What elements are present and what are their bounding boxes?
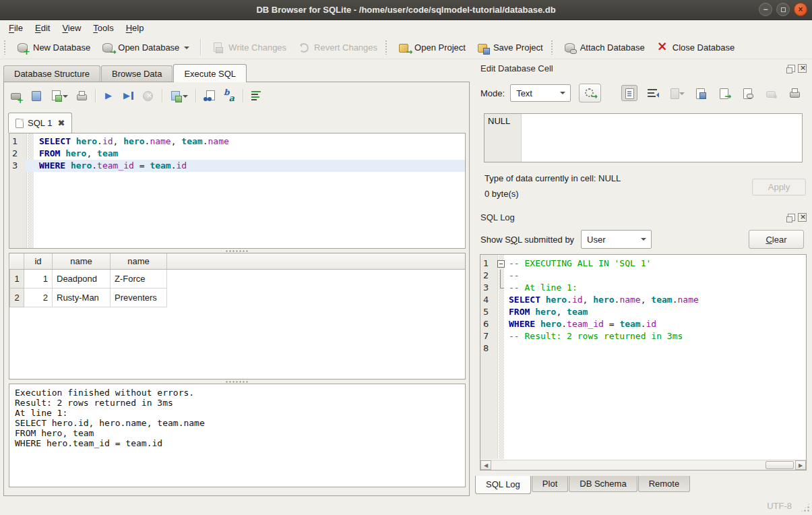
open-database-button[interactable]: Open Database [96, 39, 195, 56]
find-button[interactable] [202, 88, 217, 103]
sql-doc-tabbar: SQL 1 ✖ [8, 113, 72, 133]
save-project-button[interactable]: Save Project [471, 39, 549, 56]
minimize-button[interactable]: − [759, 3, 772, 16]
word-wrap-button[interactable] [645, 85, 661, 101]
write-changes-button[interactable]: Write Changes [206, 39, 292, 56]
sql-doc-tab[interactable]: SQL 1 ✖ [8, 113, 72, 133]
format-sql-button[interactable] [249, 88, 264, 103]
column-header[interactable]: id [24, 253, 53, 269]
save-results-button[interactable] [168, 88, 189, 103]
apply-button[interactable]: Apply [752, 179, 806, 195]
dock-close-icon[interactable] [798, 64, 807, 73]
copy-link-button[interactable] [739, 85, 755, 101]
open-sql-file-button[interactable] [29, 88, 44, 103]
mode-select[interactable]: Text [510, 84, 571, 102]
text-mode-button[interactable] [621, 85, 637, 101]
execute-line-button[interactable] [121, 88, 136, 103]
dropdown-caret-icon[interactable] [183, 95, 188, 100]
close-database-button[interactable]: Close Database [650, 39, 741, 56]
tab-close-icon[interactable]: ✖ [57, 119, 65, 127]
table-cell[interactable]: Preventers [111, 288, 167, 307]
fold-marker-icon[interactable] [497, 270, 506, 282]
message-line: WHERE hero.team_id = team.id [15, 438, 460, 448]
clear-log-button[interactable]: Clear [749, 230, 804, 249]
log-filter-select[interactable]: User [581, 230, 652, 249]
dock-float-icon[interactable] [788, 214, 795, 221]
line-number: 4 [480, 294, 497, 306]
dock-tab-plot[interactable]: Plot [532, 476, 568, 492]
open-external-button[interactable] [716, 85, 732, 101]
code-line: 4SELECT hero.id, hero.name, team.name [480, 294, 806, 306]
scrollbar-track[interactable] [491, 460, 795, 470]
encoding-indicator[interactable]: UTF-8 [767, 501, 792, 511]
code-line: 5FROM hero, team [480, 306, 806, 318]
table-cell[interactable]: Z-Force [111, 269, 167, 288]
new-sql-tab-button[interactable] [9, 88, 24, 103]
toolbar-handle [3, 40, 7, 55]
scroll-left-icon[interactable]: ◀ [480, 460, 491, 470]
word-wrap-icon [647, 87, 659, 99]
stop-button[interactable] [141, 88, 156, 103]
dock-tab-db-schema[interactable]: DB Schema [569, 476, 637, 492]
window-title: DB Browser for SQLite - /home/user/code/… [256, 5, 555, 15]
fold-marker-icon[interactable] [497, 258, 506, 270]
execute-line-icon [123, 90, 135, 102]
resize-grip[interactable] [801, 503, 810, 512]
new-database-button[interactable]: New Database [11, 39, 96, 56]
row-number-cell[interactable]: 1 [10, 269, 24, 288]
cell-mode-row: Mode: Text [480, 84, 601, 102]
column-header[interactable]: name [111, 253, 167, 269]
tab-browse-data[interactable]: Browse Data [101, 65, 173, 82]
scrollbar-thumb[interactable] [766, 461, 794, 469]
dropdown-caret-icon[interactable] [63, 95, 68, 100]
print-cell-button[interactable] [786, 85, 803, 101]
corner-header-cell[interactable] [10, 253, 24, 269]
table-cell[interactable]: Rusty-Man [53, 288, 111, 307]
menu-edit[interactable]: Edit [29, 22, 56, 34]
titlebar[interactable]: DB Browser for SQLite - /home/user/code/… [0, 0, 812, 20]
save-as-button[interactable] [692, 85, 708, 101]
row-number-cell[interactable]: 2 [10, 288, 24, 307]
dock-close-icon[interactable] [798, 213, 807, 222]
menu-help[interactable]: Help [120, 22, 150, 34]
code-text: FROM hero, team [506, 306, 806, 318]
dock-tab-remote[interactable]: Remote [638, 476, 691, 492]
cell-type-info: Type of data currently in cell: NULL [485, 173, 621, 183]
table-cell[interactable]: 2 [24, 288, 53, 307]
toolbar-separator [243, 89, 243, 102]
log-horizontal-scrollbar[interactable]: ◀ ▶ [480, 460, 806, 470]
print-button[interactable] [74, 88, 89, 103]
close-button[interactable]: × [794, 3, 807, 16]
line-number: 1 [9, 135, 26, 148]
column-header[interactable]: name [53, 253, 111, 269]
tab-database-structure[interactable]: Database Structure [3, 65, 100, 82]
dock-tab-sql-log[interactable]: SQL Log [475, 476, 531, 494]
cell-value-editor[interactable]: NULL [484, 113, 803, 162]
scroll-right-icon[interactable]: ▶ [795, 460, 806, 470]
sql-editor[interactable]: 1SELECT hero.id, hero.name, team.name2FR… [9, 133, 466, 249]
set-null-button[interactable] [763, 85, 779, 101]
toolbar-separator [200, 39, 201, 55]
dock-float-icon[interactable] [788, 65, 795, 72]
right-dock: Edit Database Cell Mode: Text NULL Type … [474, 61, 811, 497]
line-number: 3 [9, 160, 26, 172]
table-cell[interactable]: Deadpond [53, 269, 111, 288]
dropdown-caret-icon[interactable] [184, 47, 189, 52]
sql-editor-toolbar [9, 87, 264, 104]
menu-file[interactable]: File [3, 22, 29, 34]
import-text-button[interactable] [668, 85, 685, 101]
attach-database-button[interactable]: Attach Database [558, 39, 650, 56]
open-project-button[interactable]: Open Project [392, 39, 471, 56]
auto-apply-button[interactable] [579, 84, 601, 102]
tab-execute-sql[interactable]: Execute SQL [173, 64, 247, 82]
revert-changes-button[interactable]: Revert Changes [292, 39, 383, 56]
execute-all-button[interactable] [102, 88, 117, 103]
find-replace-button[interactable] [222, 88, 237, 103]
menu-view[interactable]: View [56, 22, 87, 34]
menu-tools[interactable]: Tools [87, 22, 119, 34]
table-cell[interactable]: 1 [24, 269, 53, 288]
dropdown-caret-icon[interactable] [679, 92, 685, 98]
fold-marker-icon[interactable] [497, 282, 506, 294]
maximize-button[interactable] [776, 3, 790, 16]
save-sql-file-button[interactable] [49, 88, 69, 103]
